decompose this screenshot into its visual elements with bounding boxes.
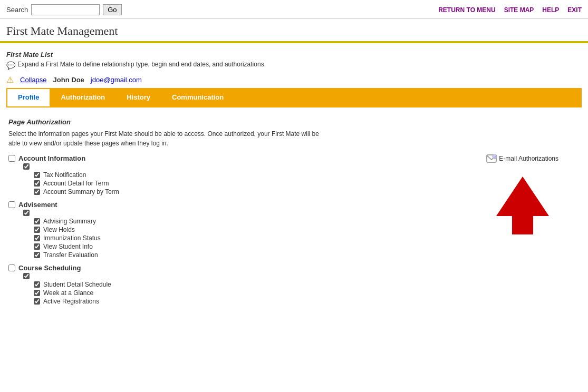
account-information-main: Account Information xyxy=(8,154,486,162)
course-scheduling-sub-group: Student Detail Schedule Week at a Glance… xyxy=(23,273,486,305)
auth-layout: Account Information Tax Notification Acc xyxy=(8,154,580,310)
view-holds-checkbox[interactable] xyxy=(34,227,40,233)
red-arrow-area xyxy=(496,177,549,234)
email-icon: ✓ xyxy=(486,154,497,163)
tab-history[interactable]: History xyxy=(116,89,161,106)
main-content: First Mate List 💬 Expand a First Mate to… xyxy=(0,47,588,317)
expand-info-row: 💬 Expand a First Mate to define relation… xyxy=(6,61,582,70)
first-mate-list-title: First Mate List xyxy=(6,51,582,58)
go-button[interactable]: Go xyxy=(103,4,121,15)
advisement-checkbox[interactable] xyxy=(8,201,15,208)
info-icon: 💬 xyxy=(6,61,15,70)
return-to-menu-link[interactable]: RETURN TO MENU xyxy=(438,6,495,14)
immunization-status-checkbox[interactable] xyxy=(34,235,40,241)
advising-summary-checkbox[interactable] xyxy=(34,218,40,224)
active-registrations-item: Active Registrations xyxy=(34,298,486,305)
transfer-evaluation-checkbox[interactable] xyxy=(34,252,40,258)
account-detail-term-checkbox[interactable] xyxy=(34,180,40,187)
tab-communication[interactable]: Communication xyxy=(161,89,235,106)
account-information-all-checkbox-row xyxy=(23,163,486,170)
course-scheduling-all-checkbox[interactable] xyxy=(23,273,30,279)
collapse-link[interactable]: Collapse xyxy=(20,76,47,84)
view-holds-item: View Holds xyxy=(34,226,486,233)
account-information-sub-group: Tax Notification Account Detail for Term… xyxy=(23,163,486,195)
mate-email: jdoe@gmail.com xyxy=(91,76,142,84)
email-auth-label: E-mail Authorizations xyxy=(499,155,558,162)
first-mate-row: ⚠ Collapse John Doe jdoe@gmail.com xyxy=(6,75,582,85)
arrow-up-triangle xyxy=(496,177,549,216)
account-detail-term-item: Account Detail for Term xyxy=(34,180,486,187)
search-input[interactable] xyxy=(31,4,100,15)
account-information-group: Account Information Tax Notification Acc xyxy=(8,154,486,195)
checkboxes-column: Account Information Tax Notification Acc xyxy=(8,154,486,310)
view-student-info-label: View Student Info xyxy=(43,243,93,250)
week-at-a-glance-item: Week at a Glance xyxy=(34,289,486,297)
account-summary-term-checkbox[interactable] xyxy=(34,189,40,195)
email-auth-link[interactable]: ✓ E-mail Authorizations xyxy=(486,154,558,163)
transfer-evaluation-label: Transfer Evaluation xyxy=(43,251,98,259)
mate-name: John Doe xyxy=(53,76,84,84)
exit-link[interactable]: EXIT xyxy=(567,6,582,14)
week-at-a-glance-checkbox[interactable] xyxy=(34,290,40,296)
tax-notification-checkbox[interactable] xyxy=(34,172,40,178)
student-detail-schedule-checkbox[interactable] xyxy=(34,281,40,288)
search-label: Search xyxy=(6,6,28,14)
view-student-info-checkbox[interactable] xyxy=(34,243,40,250)
expand-info-text: Expand a First Mate to define relationsh… xyxy=(17,61,266,68)
tax-notification-item: Tax Notification xyxy=(34,171,486,179)
active-registrations-label: Active Registrations xyxy=(43,298,99,305)
week-at-a-glance-label: Week at a Glance xyxy=(43,289,93,297)
account-information-label: Account Information xyxy=(18,154,85,162)
email-auth-column: ✓ E-mail Authorizations xyxy=(486,154,580,234)
student-detail-schedule-item: Student Detail Schedule xyxy=(34,281,486,288)
account-summary-term-item: Account Summary by Term xyxy=(34,188,486,195)
tab-authorization[interactable]: Authorization xyxy=(50,89,116,106)
immunization-status-item: Immunization Status xyxy=(34,234,486,242)
page-title: First Mate Management xyxy=(0,19,588,41)
arrow-up-stem xyxy=(512,216,533,234)
course-scheduling-group: Course Scheduling Student Detail Schedul… xyxy=(8,264,486,305)
yellow-divider xyxy=(0,41,588,43)
svg-text:✓: ✓ xyxy=(494,155,496,159)
account-information-all-checkbox[interactable] xyxy=(23,163,30,170)
top-bar: Search Go RETURN TO MENU SITE MAP HELP E… xyxy=(0,0,588,19)
view-holds-label: View Holds xyxy=(43,226,75,233)
tax-notification-label: Tax Notification xyxy=(43,171,86,179)
account-information-checkbox[interactable] xyxy=(8,155,15,162)
advisement-main: Advisement xyxy=(8,201,486,209)
advisement-sub-group: Advising Summary View Holds Immunization… xyxy=(23,210,486,259)
authorization-section: Page Authorization Select the informatio… xyxy=(6,115,582,313)
course-scheduling-main: Course Scheduling xyxy=(8,264,486,272)
transfer-evaluation-item: Transfer Evaluation xyxy=(34,251,486,259)
advisement-group: Advisement Advising Summary View Holds xyxy=(8,201,486,259)
advisement-all-checkbox-row xyxy=(23,210,486,216)
course-scheduling-label: Course Scheduling xyxy=(18,264,81,272)
account-detail-term-label: Account Detail for Term xyxy=(43,180,109,187)
help-link[interactable]: HELP xyxy=(542,6,559,14)
account-summary-term-label: Account Summary by Term xyxy=(43,188,119,195)
site-map-link[interactable]: SITE MAP xyxy=(504,6,534,14)
advising-summary-item: Advising Summary xyxy=(34,218,486,225)
active-registrations-checkbox[interactable] xyxy=(34,298,40,305)
top-nav: RETURN TO MENU SITE MAP HELP EXIT xyxy=(438,6,582,14)
advisement-label: Advisement xyxy=(18,201,57,209)
warning-icon: ⚠ xyxy=(6,75,14,85)
tab-profile[interactable]: Profile xyxy=(7,89,50,106)
search-area: Search Go xyxy=(6,4,122,15)
advising-summary-label: Advising Summary xyxy=(43,218,96,225)
course-scheduling-all-checkbox-row xyxy=(23,273,486,279)
auth-description: Select the information pages your First … xyxy=(8,129,325,148)
view-student-info-item: View Student Info xyxy=(34,243,486,250)
course-scheduling-checkbox[interactable] xyxy=(8,264,15,271)
advisement-all-checkbox[interactable] xyxy=(23,210,30,216)
student-detail-schedule-label: Student Detail Schedule xyxy=(43,281,111,288)
immunization-status-label: Immunization Status xyxy=(43,234,101,242)
tabs-container: Profile Authorization History Communicat… xyxy=(6,88,582,107)
auth-title: Page Authorization xyxy=(8,118,580,126)
